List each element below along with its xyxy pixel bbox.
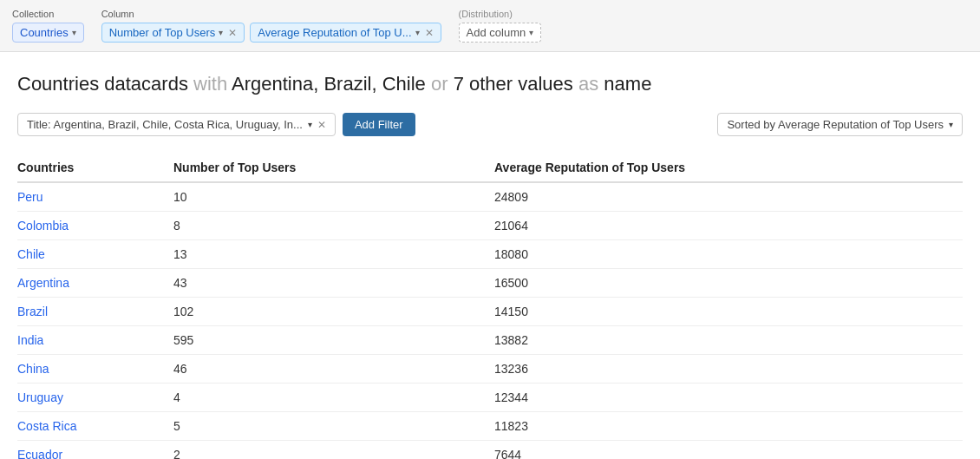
title-with: with [193,73,227,95]
chevron-down-icon: ▾ [308,120,312,129]
cell-country[interactable]: Uruguay [17,384,173,412]
cell-avgrep: 11823 [494,412,963,441]
cell-country[interactable]: Costa Rica [17,412,173,441]
main-content: Countries datacards with Argentina, Braz… [0,52,980,459]
collection-label: Collection [12,9,84,19]
filter-tag-label: Title: Argentina, Brazil, Chile, Costa R… [27,118,303,131]
table-row: Costa Rica511823 [17,412,963,441]
table-body: Peru1024809Colombia821064Chile1318080Arg… [17,182,963,459]
title-start: Countries datacards [17,73,188,95]
cell-country[interactable]: Colombia [17,212,173,240]
cell-avgrep: 18080 [494,240,963,269]
add-filter-button[interactable]: Add Filter [343,113,415,136]
cell-country[interactable]: Argentina [17,269,173,298]
col2-chip-label: Average Reputation of Top U... [258,26,411,39]
col1-chip[interactable]: Number of Top Users ▾ ✕ [101,23,245,43]
close-icon[interactable]: ✕ [228,27,237,39]
data-table: Countries Number of Top Users Average Re… [17,154,963,459]
page-title: Countries datacards with Argentina, Braz… [17,73,963,95]
cell-country[interactable]: India [17,326,173,355]
title-end: name [604,73,651,95]
table-row: Ecuador27644 [17,441,963,460]
cell-topusers: 595 [173,326,494,355]
collection-chip[interactable]: Countries ▾ [12,23,84,43]
sort-label: Sorted by Average Reputation of Top User… [727,118,944,131]
close-icon[interactable]: ✕ [425,27,434,39]
chevron-down-icon: ▾ [529,28,533,37]
column-group: Column Number of Top Users ▾ ✕ Average R… [101,9,441,43]
cell-topusers: 46 [173,355,494,384]
cell-avgrep: 21064 [494,212,963,240]
title-as: as [578,73,598,95]
table-row: Argentina4316500 [17,269,963,298]
col2-chip[interactable]: Average Reputation of Top U... ▾ ✕ [250,23,441,43]
add-column-group: (Distribution) Add column ▾ [459,7,542,43]
table-row: Colombia821064 [17,212,963,240]
filter-bar-left: Title: Argentina, Brazil, Chile, Costa R… [17,113,415,136]
cell-country[interactable]: Peru [17,182,173,212]
cell-avgrep: 12344 [494,384,963,412]
cell-avgrep: 7644 [494,441,963,460]
toolbar: Collection Countries ▾ Column Number of … [0,0,980,52]
table-row: Brazil10214150 [17,298,963,326]
table-row: India59513882 [17,326,963,355]
filter-tag[interactable]: Title: Argentina, Brazil, Chile, Costa R… [17,113,336,136]
title-or: or [431,73,448,95]
filter-bar: Title: Argentina, Brazil, Chile, Costa R… [17,113,963,136]
chevron-down-icon: ▾ [415,28,420,37]
table-row: Uruguay412344 [17,384,963,412]
cell-country[interactable]: China [17,355,173,384]
title-count: 7 other values [454,73,573,95]
title-countries: Argentina, Brazil, Chile [232,73,426,95]
cell-country[interactable]: Brazil [17,298,173,326]
cell-country[interactable]: Chile [17,240,173,269]
add-column-label: Add column [467,26,526,39]
cell-topusers: 4 [173,384,494,412]
col1-chip-label: Number of Top Users [109,26,216,39]
cell-topusers: 2 [173,441,494,460]
col-header-avgrep: Average Reputation of Top Users [494,154,963,182]
cell-topusers: 43 [173,269,494,298]
cell-avgrep: 16500 [494,269,963,298]
table-row: Chile1318080 [17,240,963,269]
table-row: China4613236 [17,355,963,384]
collection-group: Collection Countries ▾ [12,9,84,43]
cell-avgrep: 13882 [494,326,963,355]
table-header: Countries Number of Top Users Average Re… [17,154,963,182]
table-row: Peru1024809 [17,182,963,212]
cell-topusers: 102 [173,298,494,326]
column-label: Column [101,9,441,19]
sort-dropdown[interactable]: Sorted by Average Reputation of Top User… [717,113,963,136]
cell-avgrep: 14150 [494,298,963,326]
cell-topusers: 5 [173,412,494,441]
chevron-down-icon: ▾ [219,28,223,37]
header-row: Countries Number of Top Users Average Re… [17,154,963,182]
chevron-down-icon: ▾ [72,28,76,37]
col-header-topusers: Number of Top Users [173,154,494,182]
add-column-chip[interactable]: Add column ▾ [459,23,542,43]
cell-topusers: 10 [173,182,494,212]
distribution-label: (Distribution) [459,9,513,19]
cell-country[interactable]: Ecuador [17,441,173,460]
collection-chip-label: Countries [20,26,69,39]
cell-avgrep: 13236 [494,355,963,384]
col-header-country: Countries [17,154,173,182]
close-icon[interactable]: ✕ [317,119,326,131]
cell-avgrep: 24809 [494,182,963,212]
cell-topusers: 8 [173,212,494,240]
cell-topusers: 13 [173,240,494,269]
chevron-down-icon: ▾ [949,120,953,129]
